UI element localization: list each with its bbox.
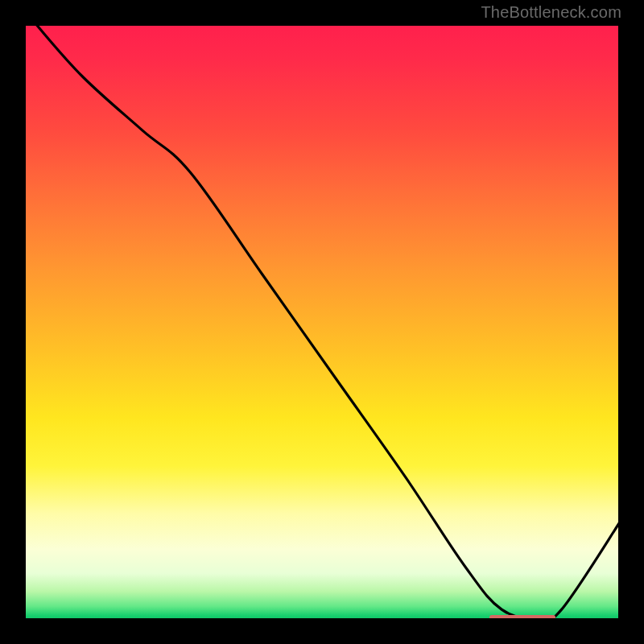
optimal-range-marker <box>489 615 555 621</box>
bottleneck-curve <box>23 23 621 621</box>
watermark-text: TheBottleneck.com <box>481 3 621 22</box>
chart-frame: TheBottleneck.com <box>0 0 644 644</box>
plot-area <box>23 23 621 621</box>
curve-path <box>35 23 621 621</box>
